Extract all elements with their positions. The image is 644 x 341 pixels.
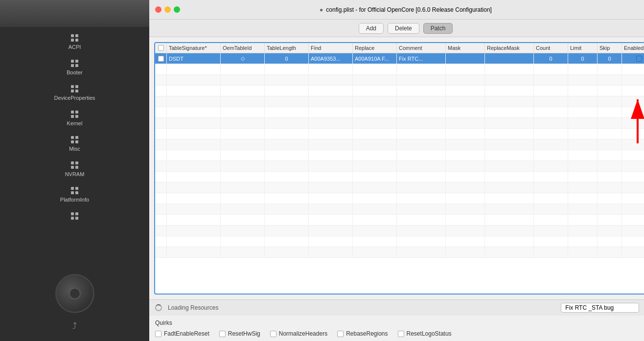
add-button[interactable]: Add bbox=[359, 23, 384, 34]
empty-cell bbox=[309, 215, 353, 225]
empty-cell bbox=[534, 204, 568, 214]
empty-cell bbox=[568, 193, 598, 204]
sidebar-item-7[interactable] bbox=[0, 207, 149, 227]
empty-cell bbox=[534, 161, 568, 171]
empty-cell bbox=[155, 64, 167, 74]
quirk-label-0: FadtEnableReset bbox=[164, 330, 209, 337]
empty-cell bbox=[265, 193, 309, 204]
empty-cell bbox=[265, 161, 309, 171]
empty-cell bbox=[598, 182, 622, 193]
empty-cell bbox=[534, 226, 568, 236]
quirk-checkbox-3[interactable] bbox=[337, 331, 344, 337]
quirk-label-1: ResetHwSig bbox=[228, 330, 260, 337]
sidebar-item-label: Misc bbox=[69, 146, 80, 152]
empty-cell bbox=[485, 64, 534, 74]
quirk-resetlogostatus[interactable]: ResetLogoStatus bbox=[398, 330, 452, 337]
sidebar-item-label: PlatformInfo bbox=[60, 197, 89, 203]
grid-icon bbox=[71, 136, 79, 144]
empty-cell bbox=[485, 236, 534, 247]
header-replace: Replace bbox=[353, 43, 397, 53]
sidebar-item-deviceproperties[interactable]: DeviceProperties bbox=[0, 80, 149, 106]
empty-cell bbox=[353, 107, 397, 117]
row-oem-table-id: ◇ bbox=[221, 53, 265, 64]
row-enabled-checkbox[interactable] bbox=[636, 56, 642, 62]
empty-cell bbox=[485, 226, 534, 236]
empty-table-row bbox=[155, 64, 644, 75]
empty-cell bbox=[155, 107, 167, 117]
share-icon[interactable]: ⤴ bbox=[72, 321, 77, 331]
quirk-checkbox-2[interactable] bbox=[270, 331, 276, 337]
empty-cell bbox=[598, 247, 622, 257]
empty-cell bbox=[309, 182, 353, 193]
row-find: A00A9353... bbox=[309, 53, 353, 64]
empty-cell bbox=[167, 172, 221, 182]
empty-cell bbox=[155, 86, 167, 96]
empty-cell bbox=[568, 107, 598, 117]
empty-cell bbox=[446, 118, 485, 128]
empty-cell bbox=[155, 247, 167, 257]
empty-cell bbox=[265, 182, 309, 193]
empty-cell bbox=[155, 236, 167, 247]
comment-dropdown[interactable]: Fix RTC _STA bug bbox=[561, 303, 639, 313]
empty-cell bbox=[397, 129, 446, 139]
delete-button[interactable]: Delete bbox=[388, 23, 419, 34]
quirk-checkbox-1[interactable] bbox=[219, 331, 226, 337]
empty-cell bbox=[446, 150, 485, 160]
empty-table-row bbox=[155, 236, 644, 247]
empty-cell bbox=[485, 118, 534, 128]
header-oem-table-id: OemTableId bbox=[221, 43, 265, 53]
row-mask bbox=[446, 53, 485, 64]
quirk-label-2: NormalizeHeaders bbox=[279, 330, 327, 337]
empty-cell bbox=[167, 247, 221, 257]
empty-cell bbox=[397, 161, 446, 171]
empty-cell bbox=[221, 118, 265, 128]
empty-cell bbox=[446, 236, 485, 247]
sidebar-item-booter[interactable]: Booter bbox=[0, 55, 149, 80]
sidebar-item-kernel[interactable]: Kernel bbox=[0, 106, 149, 131]
empty-cell bbox=[446, 86, 485, 96]
row-checkbox-cell bbox=[155, 53, 167, 64]
quirk-rebaseregions[interactable]: RebaseRegions bbox=[337, 330, 388, 337]
patch-button[interactable]: Patch bbox=[423, 23, 453, 34]
empty-cell bbox=[353, 150, 397, 160]
empty-cell bbox=[622, 161, 644, 171]
empty-cell bbox=[622, 215, 644, 225]
empty-cell bbox=[622, 118, 644, 128]
maximize-button[interactable] bbox=[174, 6, 180, 13]
grid-icon bbox=[71, 60, 79, 68]
empty-cell bbox=[265, 172, 309, 182]
empty-cell bbox=[221, 86, 265, 96]
row-checkbox[interactable] bbox=[158, 56, 164, 62]
empty-cell bbox=[568, 118, 598, 128]
quirk-checkbox-0[interactable] bbox=[155, 331, 161, 337]
quirk-checkbox-4[interactable] bbox=[398, 331, 404, 337]
sidebar-item-label: Booter bbox=[67, 69, 82, 75]
empty-cell bbox=[353, 118, 397, 128]
empty-cell bbox=[167, 182, 221, 193]
close-button[interactable] bbox=[155, 6, 161, 13]
quirk-fadtenablereset[interactable]: FadtEnableReset bbox=[155, 330, 209, 337]
empty-cell bbox=[353, 75, 397, 85]
empty-cell bbox=[265, 139, 309, 150]
empty-cell bbox=[534, 107, 568, 117]
quirk-resethwsig[interactable]: ResetHwSig bbox=[219, 330, 260, 337]
empty-cell bbox=[446, 193, 485, 204]
empty-cell bbox=[353, 226, 397, 236]
empty-cell bbox=[265, 129, 309, 139]
quirk-normalizeheaders[interactable]: NormalizeHeaders bbox=[270, 330, 327, 337]
empty-cell bbox=[221, 182, 265, 193]
table-row[interactable]: DSDT ◇ 0 A00A9353... A00A910A F... Fix R… bbox=[155, 53, 644, 64]
empty-cell bbox=[397, 247, 446, 257]
sidebar-item-platforminfo[interactable]: PlatformInfo bbox=[0, 182, 149, 207]
empty-cell bbox=[446, 182, 485, 193]
empty-cell bbox=[534, 118, 568, 128]
empty-cell bbox=[167, 129, 221, 139]
header-checkbox[interactable] bbox=[158, 45, 164, 51]
empty-cell bbox=[622, 247, 644, 257]
sidebar-item-label: ACPI bbox=[69, 44, 81, 50]
empty-cell bbox=[353, 129, 397, 139]
sidebar-item-misc[interactable]: Misc bbox=[0, 131, 149, 157]
sidebar-item-nvram[interactable]: NVRAM bbox=[0, 157, 149, 182]
minimize-button[interactable] bbox=[164, 6, 171, 13]
sidebar-item-acpi[interactable]: ACPI bbox=[0, 29, 149, 55]
